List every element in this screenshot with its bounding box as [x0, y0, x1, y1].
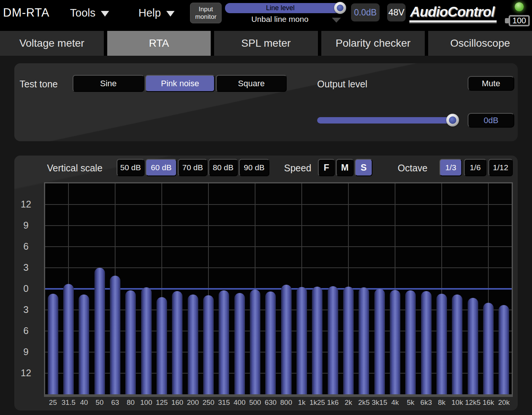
output-level-label: Output level — [317, 79, 367, 90]
tab-polarity-checker[interactable]: Polarity checker — [321, 31, 425, 56]
input-select-row[interactable]: Unbal line mono — [225, 15, 346, 24]
status-led — [515, 2, 524, 11]
rta-bar — [390, 290, 400, 394]
input-monitor-label-line1: Input — [190, 6, 221, 13]
rta-bar — [203, 295, 214, 394]
rta-bar — [79, 294, 89, 394]
rta-bar — [281, 285, 292, 394]
pink-noise-button[interactable]: Pink noise — [145, 75, 215, 92]
rta-bar — [157, 297, 167, 394]
chevron-down-icon — [101, 11, 109, 17]
phantom-power-button[interactable]: 48V — [387, 3, 406, 21]
vertical-scale-70db-button[interactable]: 70 dB — [178, 159, 207, 176]
tab-voltage-meter[interactable]: Voltage meter — [0, 31, 104, 56]
rta-bar — [483, 303, 494, 394]
line-level-label: Line level — [266, 4, 295, 12]
vertical-scale-80db-button[interactable]: 80 dB — [208, 159, 238, 176]
input-monitor-label-line2: monitor — [190, 13, 221, 21]
rta-bar — [125, 290, 136, 394]
y-axis-tick: 3 — [16, 262, 36, 273]
speed-medium-button[interactable]: M — [336, 159, 354, 176]
rta-bar — [405, 290, 416, 394]
knob-dot — [337, 5, 344, 11]
knob-dot — [449, 116, 456, 124]
rta-bar — [63, 284, 74, 394]
help-menu[interactable]: Help — [138, 7, 175, 19]
rta-bar — [110, 276, 120, 394]
output-level-slider-knob[interactable] — [446, 114, 459, 127]
output-level-value[interactable]: 0dB — [468, 113, 514, 128]
rta-bar — [452, 294, 462, 394]
octave-third-button[interactable]: 1/3 — [439, 159, 462, 176]
dropdown-arrow-icon — [332, 18, 341, 23]
speed-slow-button[interactable]: S — [355, 159, 372, 176]
input-monitor-button[interactable]: Input monitor — [190, 3, 222, 23]
y-axis-tick: 6 — [16, 325, 36, 336]
line-level-slider-knob[interactable] — [334, 2, 346, 14]
octave-twelfth-button[interactable]: 1/12 — [488, 159, 513, 176]
tab-rta[interactable]: RTA — [107, 31, 211, 56]
help-menu-label: Help — [138, 7, 161, 19]
rta-bar — [436, 294, 447, 394]
sine-button[interactable]: Sine — [73, 75, 144, 92]
y-axis-tick: 6 — [16, 241, 36, 252]
tools-menu-label: Tools — [70, 7, 96, 19]
top-bar: DM-RTA Tools Help Input monitor Line lev… — [0, 0, 532, 31]
vertical-scale-60db-button[interactable]: 60 dB — [146, 159, 177, 176]
vertical-scale-90db-button[interactable]: 90 dB — [239, 159, 269, 176]
rta-bar — [141, 287, 152, 394]
rta-bar — [328, 286, 338, 394]
rta-bar — [312, 287, 322, 394]
rta-bar — [188, 294, 198, 394]
y-axis-tick: 9 — [16, 220, 36, 231]
battery-nub — [505, 18, 509, 23]
test-tone-panel: Test tone Sine Pink noise Square Output … — [14, 63, 518, 141]
rta-bar — [296, 287, 307, 394]
mute-button[interactable]: Mute — [468, 76, 514, 91]
octave-label: Octave — [398, 163, 427, 174]
line-level-slider[interactable]: Line level — [225, 3, 346, 13]
rta-bar — [343, 287, 354, 394]
rta-bar — [48, 294, 58, 394]
speed-fast-button[interactable]: F — [318, 159, 335, 176]
square-button[interactable]: Square — [216, 75, 287, 92]
y-axis-tick: 12 — [16, 368, 36, 378]
vertical-scale-50db-button[interactable]: 50 dB — [117, 159, 144, 176]
app-window: DM-RTA Tools Help Input monitor Line lev… — [0, 0, 532, 415]
input-select-value: Unbal line mono — [225, 15, 335, 24]
y-axis: 12963036912 — [16, 183, 36, 394]
rta-bar — [94, 268, 105, 394]
rta-bar — [250, 290, 260, 394]
rta-bar — [219, 290, 229, 394]
x-axis-tick: 20k — [492, 398, 515, 407]
y-axis-tick: 9 — [16, 346, 36, 357]
test-tone-label: Test tone — [20, 79, 58, 90]
input-gain-readout[interactable]: 0.0dB — [351, 3, 380, 21]
rta-bar — [421, 291, 432, 394]
audiocontrol-logo: AudioControl — [409, 4, 497, 22]
chevron-down-icon — [166, 11, 175, 17]
y-axis-tick: 3 — [16, 304, 36, 315]
rta-bar — [234, 293, 245, 394]
rta-bar — [499, 305, 509, 394]
output-level-slider[interactable] — [317, 117, 458, 124]
y-axis-tick: 12 — [16, 199, 36, 210]
speed-label: Speed — [284, 163, 311, 174]
line-level-control: Line level Unbal line mono — [225, 3, 346, 24]
x-axis: 2531.54050638010012516020025031540050063… — [45, 398, 512, 409]
battery-percent: 100 — [509, 15, 530, 26]
rta-panel: Vertical scale 50 dB 60 dB 70 dB 80 dB 9… — [14, 156, 518, 410]
vertical-scale-label: Vertical scale — [47, 163, 102, 174]
tab-oscilloscope[interactable]: Oscilloscope — [428, 31, 532, 56]
tools-menu[interactable]: Tools — [70, 7, 109, 19]
y-axis-tick: 0 — [16, 283, 36, 294]
rta-bar — [468, 298, 478, 394]
octave-sixth-button[interactable]: 1/6 — [464, 159, 486, 176]
rta-plot-area — [44, 182, 513, 397]
rta-bar — [359, 287, 369, 394]
rta-bar — [265, 291, 276, 394]
tab-spl-meter[interactable]: SPL meter — [214, 31, 318, 56]
rta-bar — [374, 289, 385, 394]
rta-bar — [172, 291, 182, 394]
battery-indicator: 100 — [505, 15, 530, 26]
